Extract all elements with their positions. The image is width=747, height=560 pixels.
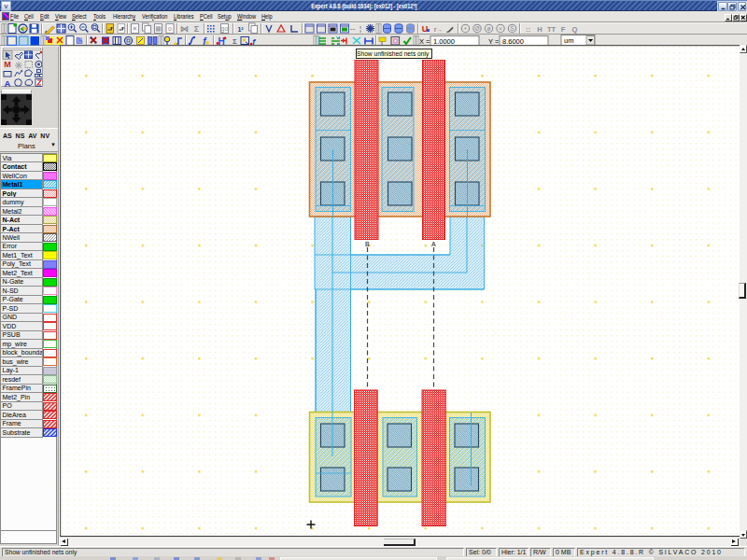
svg-text:8.6000: 8.6000	[502, 36, 524, 45]
svg-text:H: H	[537, 25, 542, 34]
svg-text:ΤΤ: ΤΤ	[547, 25, 557, 34]
svg-text:S: S	[510, 25, 514, 32]
svg-text:go: go	[221, 25, 229, 33]
svg-text:▩: ▩	[155, 25, 162, 32]
svg-text:r→: r→	[434, 26, 444, 33]
svg-text:A: A	[431, 241, 436, 247]
svg-text:1²: 1²	[237, 26, 244, 33]
svg-text:um: um	[564, 36, 573, 45]
svg-text:--: --	[350, 24, 356, 33]
svg-text:X =: X =	[419, 36, 430, 45]
svg-text:H: H	[218, 35, 224, 46]
svg-text:×: ×	[499, 25, 502, 32]
svg-text:M: M	[4, 60, 11, 69]
svg-text:✕: ✕	[133, 25, 138, 32]
svg-text:Q: Q	[572, 25, 578, 34]
svg-text:1.0000: 1.0000	[433, 36, 455, 45]
svg-text:Σ: Σ	[194, 24, 200, 34]
svg-text:+: +	[464, 25, 468, 32]
svg-text:B: B	[365, 241, 370, 247]
svg-text:⋈: ⋈	[180, 24, 189, 34]
svg-text:ø: ø	[487, 25, 491, 32]
svg-text:¦: ¦	[359, 24, 361, 33]
svg-text:F: F	[561, 25, 566, 34]
svg-text:A: A	[5, 78, 11, 89]
svg-text:::: ::	[526, 25, 530, 34]
svg-text:o: o	[168, 25, 172, 32]
svg-text:Y =: Y =	[488, 36, 500, 45]
svg-text:Ø: Ø	[474, 25, 479, 32]
